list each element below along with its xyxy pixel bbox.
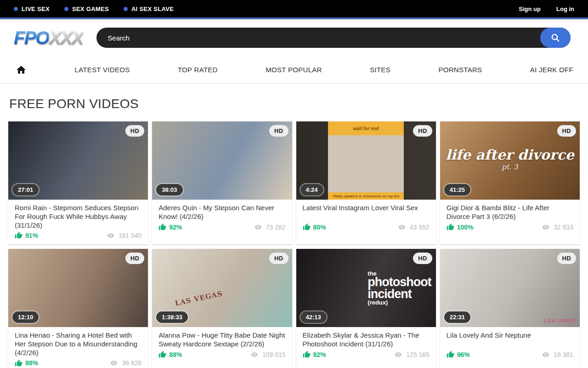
video-card[interactable]: life after divorcept. 3HD41:25Gigi Dior … [440,121,580,244]
thumbnail-poster-text: thephotoshootincident(redux) [368,271,431,306]
nav-link-ai-jerk-off[interactable]: AI JERK OFF [530,66,573,74]
video-title[interactable]: Aderes Quin - My Stepson Can Never Know!… [158,204,285,221]
eye-icon [109,359,119,367]
eye-icon [106,232,115,239]
hd-badge: HD [413,253,432,264]
video-info: Lila Lovely And Sir Neptune96%18 381 [440,327,580,363]
views-value: 18 381 [554,351,573,358]
bullet-dot-icon [14,7,18,11]
topbar-link-label: LIVE SEX [22,6,50,12]
video-card[interactable]: LAS VEGASHD1:38:33Alanna Pow - Huge Titt… [152,249,292,368]
video-thumbnail[interactable]: LAS VEGASHD1:38:33 [152,249,292,327]
nav-link-top-rated[interactable]: TOP RATED [178,66,218,74]
eye-icon [394,351,403,358]
rating-value: 88% [169,351,182,358]
video-info: Latest Viral Instagram Lover Viral Sex80… [296,200,436,236]
eye-icon [254,224,263,231]
video-stats: 91%181 040 [15,231,141,239]
video-title[interactable]: Lila Lovely And Sir Neptune [447,331,573,349]
video-title[interactable]: Romi Rain - Stepmom Seduces Stepson For … [15,204,141,230]
video-title[interactable]: Alanna Pow - Huge Titty Babe Date Night … [158,331,285,349]
signup-link[interactable]: Sign up [519,6,541,12]
video-thumbnail[interactable]: HD27:01 [8,121,148,200]
video-info: Gigi Dior & Bambi Blitz - Life After Div… [440,200,580,236]
thumbnail-banner-top: wait for end [328,121,403,135]
top-bar: LIVE SEXSEX GAMESAI SEX SLAVE Sign up Lo… [0,0,588,19]
video-stats: 80%43 552 [303,223,430,231]
bullet-dot-icon [64,7,68,11]
nav-link-pornstars[interactable]: PORNSTARS [438,66,482,74]
hd-badge: HD [125,253,144,264]
search-bar [96,28,571,48]
topbar-link[interactable]: SEX GAMES [64,6,109,12]
thumbnail-banner-bottom: *Daily updates & exclusives on my bio [328,192,403,200]
video-stats: 92%73 282 [158,223,285,231]
video-thumbnail[interactable]: LILA LOVELYHD22:31 [440,249,580,327]
video-stats: 88%36 826 [15,359,141,367]
video-thumbnail[interactable]: wait for end*Daily updates & exclusives … [296,121,436,200]
hd-badge: HD [413,125,432,137]
search-icon [550,32,561,43]
rating-value: 88% [25,359,38,367]
thumbnail-watermark: LILA LOVELY [544,318,576,323]
site-header: FPOXXX [0,19,588,56]
duration-badge: 4:24 [300,184,323,196]
eye-icon [541,351,550,358]
duration-badge: 42:13 [300,311,327,323]
video-stats: 96%18 381 [447,351,573,358]
video-thumbnail[interactable]: HD12:10 [8,249,148,327]
views-value: 32 833 [554,224,573,231]
duration-badge: 27:01 [12,184,39,196]
video-card[interactable]: wait for end*Daily updates & exclusives … [296,121,436,244]
video-card[interactable]: HD38:03Aderes Quin - My Stepson Can Neve… [152,121,292,244]
rating: 96% [447,351,470,358]
video-info: Aderes Quin - My Stepson Can Never Know!… [152,200,292,236]
video-title[interactable]: Latest Viral Instagram Lover Viral Sex [303,204,430,221]
video-title[interactable]: Elizabeth Skylar & Jessica Ryan - The Ph… [303,331,430,349]
eye-icon [541,224,550,231]
views-value: 181 040 [119,232,142,239]
nav-link-sites[interactable]: SITES [370,66,390,74]
views: 181 040 [106,232,142,239]
video-title[interactable]: Gigi Dior & Bambi Blitz - Life After Div… [447,204,573,221]
home-icon [16,64,27,75]
thumbs-up-icon [303,223,311,231]
search-button[interactable] [540,28,571,48]
thumbnail-photo-text: LAS VEGAS [174,289,223,308]
topbar-link[interactable]: LIVE SEX [14,6,50,12]
views-value: 125 165 [406,351,430,358]
hd-badge: HD [125,125,144,137]
video-title[interactable]: Lina Henao - Sharing a Hotel Bed with He… [15,331,141,357]
eye-icon [397,224,407,231]
video-thumbnail[interactable]: life after divorcept. 3HD41:25 [440,121,580,200]
video-info: Elizabeth Skylar & Jessica Ryan - The Ph… [296,327,436,363]
site-logo[interactable]: FPOXXX [14,28,83,48]
hd-badge: HD [557,253,576,264]
video-card[interactable]: HD27:01Romi Rain - Stepmom Seduces Steps… [8,121,148,244]
rating-value: 96% [457,351,470,358]
video-card[interactable]: thephotoshootincident(redux)HD42:13Eliza… [296,249,436,368]
views-value: 109 015 [262,351,286,358]
poster-line: incident [368,288,431,300]
video-stats: 92%125 165 [303,351,430,358]
nav-home[interactable] [16,64,27,75]
thumbnail-overlay-title: life after divorcept. 3 [440,148,580,171]
video-thumbnail[interactable]: thephotoshootincident(redux)HD42:13 [296,249,436,327]
login-link[interactable]: Log in [556,6,574,12]
thumbs-up-icon [447,223,454,231]
duration-badge: 41:25 [444,184,470,196]
poster-line: (redux) [368,300,431,305]
views-value: 36 826 [122,359,141,367]
nav-link-most-popular[interactable]: MOST POPULAR [266,66,322,74]
hd-badge: HD [557,125,576,137]
video-grid: HD27:01Romi Rain - Stepmom Seduces Steps… [8,121,580,368]
video-thumbnail[interactable]: HD38:03 [152,121,292,200]
nav-link-latest-videos[interactable]: LATEST VIDEOS [74,66,130,74]
rating: 88% [158,351,182,358]
video-card[interactable]: LILA LOVELYHD22:31Lila Lovely And Sir Ne… [440,249,580,368]
thumbs-up-icon [303,351,311,358]
logo-part-fpo: FPO [14,28,49,48]
topbar-link[interactable]: AI SEX SLAVE [124,6,174,12]
search-input[interactable] [96,34,540,42]
video-card[interactable]: HD12:10Lina Henao - Sharing a Hotel Bed … [8,249,148,368]
